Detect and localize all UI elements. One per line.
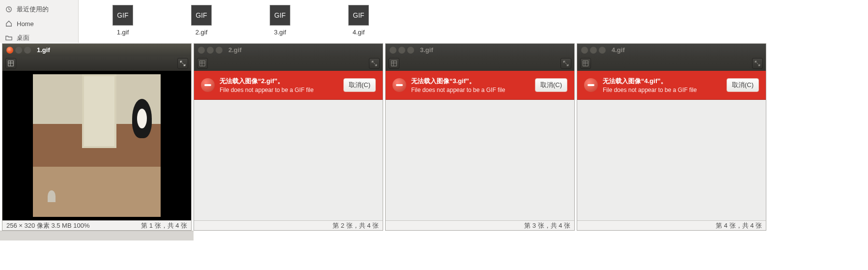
- svg-rect-4: [583, 61, 588, 66]
- maximize-button[interactable]: [599, 47, 606, 54]
- gif-thumbnail-icon: GIF: [191, 5, 212, 26]
- file-item[interactable]: GIF 3.gif: [265, 5, 295, 38]
- statusbar: 256 × 320 像素 3.5 MB 100% 第 1 张，共 4 张: [2, 220, 191, 230]
- status-position: 第 3 张，共 4 张: [524, 221, 570, 230]
- image-display[interactable]: [2, 71, 191, 220]
- fullscreen-button[interactable]: [752, 58, 763, 69]
- gallery-button[interactable]: [389, 58, 399, 69]
- image-viewer-window-1: 1.gif 256 × 320 像素 3.5 MB 100% 第 1 张，共 4…: [2, 43, 192, 231]
- titlebar[interactable]: 3.gif: [386, 44, 574, 56]
- sidebar-item-label: Home: [17, 20, 34, 28]
- sidebar: 最近使用的 Home 桌面: [0, 0, 79, 43]
- maximize-button[interactable]: [24, 47, 31, 54]
- close-button[interactable]: [6, 47, 13, 54]
- toolbar: [577, 56, 766, 71]
- file-item[interactable]: GIF 1.gif: [108, 5, 138, 38]
- file-label: 2.gif: [196, 29, 208, 36]
- window-title: 1.gif: [37, 46, 50, 54]
- cancel-button[interactable]: 取消(C): [535, 78, 567, 92]
- error-subtitle: File does not appear to be a GIF file: [603, 87, 722, 93]
- maximize-button[interactable]: [216, 47, 223, 54]
- titlebar[interactable]: 2.gif: [194, 44, 383, 56]
- sidebar-item-recent[interactable]: 最近使用的: [0, 2, 78, 17]
- status-position: 第 4 张，共 4 张: [716, 221, 762, 230]
- gallery-button[interactable]: [197, 58, 208, 69]
- displayed-image: [33, 74, 161, 217]
- error-icon: [392, 78, 406, 92]
- close-button[interactable]: [198, 47, 205, 54]
- minimize-button[interactable]: [207, 47, 214, 54]
- error-title: 无法载入图像“2.gif”。: [220, 77, 338, 86]
- file-label: 3.gif: [274, 29, 286, 36]
- gif-thumbnail-icon: GIF: [270, 5, 290, 26]
- image-viewer-window-2: 2.gif 无法载入图像“2.gif”。 File does not appea…: [194, 43, 383, 231]
- gallery-button[interactable]: [5, 58, 16, 69]
- svg-rect-3: [392, 61, 397, 66]
- sidebar-item-label: 最近使用的: [17, 5, 49, 14]
- file-manager-footer: [0, 231, 194, 240]
- empty-image-area: [194, 100, 383, 220]
- error-title: 无法载入图像“3.gif”。: [411, 77, 530, 86]
- cancel-button[interactable]: 取消(C): [343, 78, 376, 92]
- status-position: 第 1 张，共 4 张: [141, 221, 187, 230]
- fullscreen-button[interactable]: [369, 58, 380, 69]
- status-position: 第 2 张，共 4 张: [333, 221, 379, 230]
- toolbar: [386, 56, 574, 71]
- error-banner: 无法载入图像“3.gif”。 File does not appear to b…: [386, 71, 574, 100]
- home-icon: [5, 20, 13, 28]
- sidebar-item-home[interactable]: Home: [0, 17, 78, 30]
- fullscreen-button[interactable]: [560, 58, 571, 69]
- gallery-button[interactable]: [580, 58, 591, 69]
- titlebar[interactable]: 4.gif: [577, 44, 766, 56]
- statusbar: 第 4 张，共 4 张: [577, 220, 766, 230]
- error-subtitle: File does not appear to be a GIF file: [411, 87, 530, 93]
- error-subtitle: File does not appear to be a GIF file: [220, 87, 338, 93]
- error-icon: [584, 78, 598, 92]
- gif-thumbnail-icon: GIF: [348, 5, 369, 26]
- minimize-button[interactable]: [15, 47, 22, 54]
- cancel-button[interactable]: 取消(C): [727, 78, 759, 92]
- error-icon: [201, 78, 215, 92]
- error-banner: 无法载入图像“4.gif”。 File does not appear to b…: [577, 71, 766, 100]
- minimize-button[interactable]: [398, 47, 405, 54]
- error-banner: 无法载入图像“2.gif”。 File does not appear to b…: [194, 71, 383, 100]
- file-grid: GIF 1.gif GIF 2.gif GIF 3.gif GIF 4.gif: [79, 0, 868, 43]
- minimize-button[interactable]: [590, 47, 597, 54]
- window-title: 3.gif: [420, 46, 433, 54]
- statusbar: 第 3 张，共 4 张: [386, 220, 574, 230]
- empty-image-area: [386, 100, 574, 220]
- maximize-button[interactable]: [407, 47, 414, 54]
- svg-rect-1: [8, 61, 14, 66]
- svg-rect-2: [200, 61, 205, 66]
- toolbar: [2, 56, 191, 71]
- error-title: 无法载入图像“4.gif”。: [603, 77, 722, 86]
- close-button[interactable]: [581, 47, 588, 54]
- close-button[interactable]: [390, 47, 396, 54]
- statusbar: 第 2 张，共 4 张: [194, 220, 383, 230]
- gif-thumbnail-icon: GIF: [112, 5, 133, 26]
- window-title: 4.gif: [612, 46, 625, 54]
- toolbar: [194, 56, 383, 71]
- file-label: 1.gif: [117, 29, 129, 36]
- image-viewer-window-4: 4.gif 无法载入图像“4.gif”。 File does not appea…: [577, 43, 766, 231]
- file-item[interactable]: GIF 4.gif: [344, 5, 373, 38]
- folder-icon: [5, 34, 13, 42]
- file-manager: 最近使用的 Home 桌面 GIF 1.gif GIF 2.gif GIF 3.…: [0, 0, 868, 43]
- titlebar[interactable]: 1.gif: [2, 44, 191, 56]
- file-label: 4.gif: [353, 29, 365, 36]
- image-viewer-window-3: 3.gif 无法载入图像“3.gif”。 File does not appea…: [385, 43, 575, 231]
- file-item[interactable]: GIF 2.gif: [187, 5, 216, 38]
- status-image-info: 256 × 320 像素 3.5 MB 100%: [6, 221, 89, 230]
- sidebar-item-label: 桌面: [17, 33, 29, 42]
- clock-icon: [5, 5, 13, 13]
- fullscreen-button[interactable]: [177, 58, 188, 69]
- window-title: 2.gif: [228, 46, 242, 54]
- empty-image-area: [577, 100, 766, 220]
